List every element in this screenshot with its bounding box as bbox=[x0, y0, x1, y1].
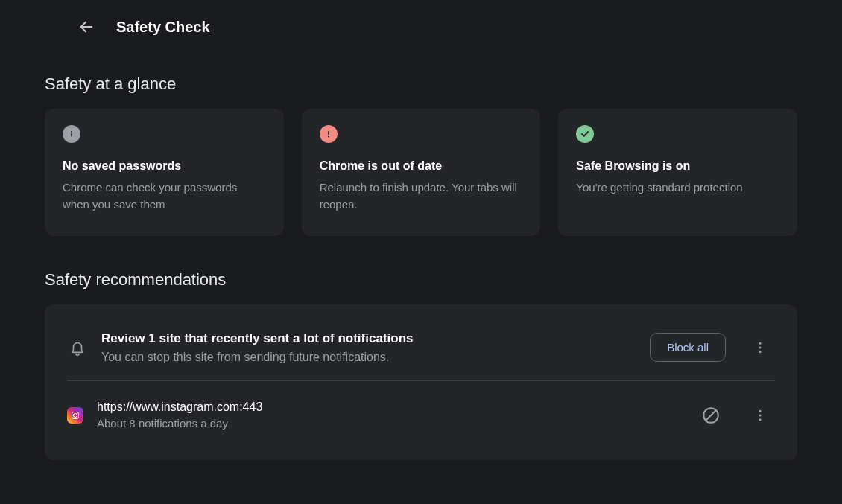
alert-icon bbox=[320, 125, 338, 143]
svg-point-5 bbox=[759, 342, 762, 344]
arrow-left-icon bbox=[78, 19, 95, 35]
review-subtitle: You can stop this site from sending futu… bbox=[101, 351, 636, 364]
card-title: No saved passwords bbox=[63, 159, 266, 173]
card-desc: Relaunch to finish update. Your tabs wil… bbox=[320, 179, 523, 214]
check-icon bbox=[576, 125, 594, 143]
block-icon bbox=[701, 406, 721, 425]
glance-cards: No saved passwords Chrome can check your… bbox=[45, 109, 797, 236]
info-icon bbox=[63, 125, 80, 143]
svg-point-7 bbox=[759, 351, 762, 353]
page-header: Safety Check bbox=[45, 0, 797, 58]
card-title: Safe Browsing is on bbox=[576, 159, 779, 173]
glance-section-title: Safety at a glance bbox=[45, 74, 797, 94]
svg-point-6 bbox=[759, 346, 762, 348]
svg-point-12 bbox=[759, 418, 762, 421]
review-title: Review 1 site that recently sent a lot o… bbox=[101, 331, 636, 346]
more-vertical-icon bbox=[753, 408, 767, 423]
review-more-button[interactable] bbox=[745, 333, 775, 363]
card-passwords[interactable]: No saved passwords Chrome can check your… bbox=[45, 109, 284, 236]
svg-point-10 bbox=[759, 409, 762, 412]
divider bbox=[67, 380, 775, 381]
site-row: https://www.instagram.com:443 About 8 no… bbox=[45, 389, 797, 448]
svg-rect-2 bbox=[71, 133, 72, 137]
page-title: Safety Check bbox=[116, 19, 210, 36]
review-row: Review 1 site that recently sent a lot o… bbox=[45, 322, 797, 373]
svg-point-4 bbox=[328, 135, 329, 137]
site-block-button[interactable] bbox=[696, 401, 726, 430]
recommendations-section-title: Safety recommendations bbox=[45, 270, 797, 290]
card-title: Chrome is out of date bbox=[320, 159, 523, 173]
svg-point-11 bbox=[759, 414, 762, 416]
more-vertical-icon bbox=[753, 340, 767, 355]
card-update[interactable]: Chrome is out of date Relaunch to finish… bbox=[302, 109, 541, 236]
site-more-button[interactable] bbox=[745, 401, 775, 430]
back-button[interactable] bbox=[73, 13, 100, 40]
recommendations-panel: Review 1 site that recently sent a lot o… bbox=[45, 304, 797, 460]
site-subtitle: About 8 notifications a day bbox=[97, 417, 677, 430]
instagram-icon bbox=[67, 407, 83, 424]
bell-icon bbox=[67, 339, 88, 356]
svg-point-1 bbox=[71, 131, 72, 133]
svg-line-9 bbox=[706, 410, 716, 420]
site-url: https://www.instagram.com:443 bbox=[97, 401, 677, 414]
card-desc: You're getting standard protection bbox=[576, 179, 779, 196]
card-safe-browsing[interactable]: Safe Browsing is on You're getting stand… bbox=[558, 109, 797, 236]
block-all-button[interactable]: Block all bbox=[650, 333, 726, 362]
card-desc: Chrome can check your passwords when you… bbox=[63, 179, 266, 214]
svg-rect-3 bbox=[328, 131, 329, 135]
